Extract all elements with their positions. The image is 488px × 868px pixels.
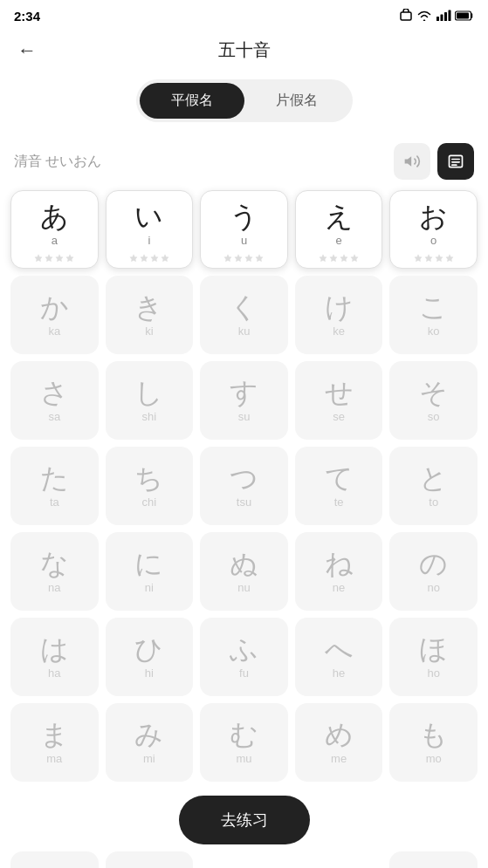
star-icon [414,252,423,261]
page-title: 五十音 [218,38,271,62]
kana-roman: shi [142,410,157,423]
kana-char: ね [325,549,354,579]
stars [414,252,454,261]
kana-cell[interactable]: きki [106,276,194,354]
kana-cell[interactable]: ちchi [106,447,194,525]
kana-cell[interactable]: さsa [10,361,99,440]
svg-marker-22 [256,255,263,262]
card-button[interactable] [437,143,474,180]
kana-roman: ka [48,325,60,338]
notification-icon [399,9,413,23]
kana-roman: ma [46,752,62,765]
kana-cell[interactable]: えe [295,190,383,269]
tab-katakana[interactable]: 片假名 [244,83,349,119]
kana-char: も [419,720,448,750]
status-bar: 2:34 [0,0,488,31]
kana-cell[interactable]: とto [389,447,478,525]
kana-roman: tsu [237,496,251,509]
star-icon [340,252,348,261]
kana-grid-bottom: やyaゆyuよyo [0,851,488,868]
kana-roman: i [148,234,150,247]
svg-marker-24 [330,255,337,262]
kana-char: と [419,463,448,494]
kana-cell[interactable]: かka [10,276,99,354]
svg-marker-15 [130,255,137,262]
kana-cell[interactable]: ふfu [200,618,288,696]
kana-char: ち [134,463,163,494]
kana-char: に [134,549,163,579]
kana-cell[interactable]: めme [295,703,383,782]
stars [34,252,74,261]
kana-roman: o [430,234,436,247]
back-button[interactable]: ← [14,36,40,65]
practice-button-wrap: 去练习 [0,796,488,844]
kana-cell[interactable]: つtsu [200,447,288,525]
kana-char: ひ [134,634,163,665]
star-icon [55,252,64,261]
practice-button[interactable]: 去练习 [179,796,310,844]
kana-cell[interactable]: ゆyu [106,851,194,868]
kana-roman: chi [142,496,157,509]
kana-cell[interactable]: いi [106,190,194,269]
tab-hiragana[interactable]: 平假名 [140,83,244,119]
battery-icon [455,10,474,21]
section-icons [394,143,474,180]
svg-marker-27 [415,255,422,262]
kana-cell[interactable]: むmu [200,703,288,782]
kana-char: ま [40,720,69,750]
sound-button[interactable] [394,143,430,180]
kana-cell[interactable]: よyo [389,851,478,868]
kana-char: お [419,202,448,232]
svg-rect-0 [401,12,411,20]
star-icon [65,252,74,261]
kana-cell[interactable]: ひhi [106,618,194,696]
kana-cell[interactable]: しshi [106,361,194,440]
kana-roman: he [333,666,345,680]
kana-char: ぬ [230,549,258,579]
star-icon [140,252,148,261]
kana-cell[interactable]: おo [389,190,478,269]
star-icon [223,252,232,261]
kana-cell[interactable]: にni [106,532,194,611]
kana-cell[interactable]: てte [295,447,383,525]
svg-marker-18 [162,255,168,262]
kana-cell[interactable]: やya [10,851,99,868]
kana-cell[interactable]: ねne [295,532,383,611]
volume-icon [403,153,421,170]
kana-cell[interactable]: うu [200,190,288,269]
kana-char: え [325,202,354,232]
kana-cell[interactable]: はha [10,618,99,696]
kana-cell[interactable]: すsu [200,361,288,440]
kana-roman: a [52,234,58,247]
kana-char: の [419,549,448,579]
kana-cell[interactable]: みmi [106,703,194,782]
kana-cell [295,851,383,868]
star-icon [350,252,359,261]
kana-cell[interactable]: ほho [389,618,478,696]
svg-rect-4 [449,10,451,22]
kana-cell[interactable]: けke [295,276,383,354]
kana-cell[interactable]: そso [389,361,478,440]
kana-cell[interactable]: へhe [295,618,383,696]
kana-cell[interactable]: くku [200,276,288,354]
star-icon [161,252,169,261]
kana-char: は [40,634,69,665]
kana-cell[interactable]: ぬnu [200,532,288,611]
star-icon [255,252,264,261]
wifi-icon [416,10,432,22]
svg-marker-11 [35,255,42,262]
kana-char: そ [419,378,448,408]
signal-icon [436,10,451,22]
kana-cell[interactable]: たta [10,447,99,525]
kana-cell[interactable]: あa [10,190,99,269]
kana-cell[interactable]: こko [389,276,478,354]
kana-cell[interactable]: なna [10,532,99,611]
kana-cell[interactable]: もmo [389,703,478,782]
svg-marker-25 [340,255,347,262]
kana-cell[interactable]: せse [295,361,383,440]
svg-marker-20 [235,255,242,262]
star-icon [329,252,338,261]
kana-cell[interactable]: まma [10,703,99,782]
kana-cell[interactable]: のno [389,532,478,611]
stars [223,252,264,261]
